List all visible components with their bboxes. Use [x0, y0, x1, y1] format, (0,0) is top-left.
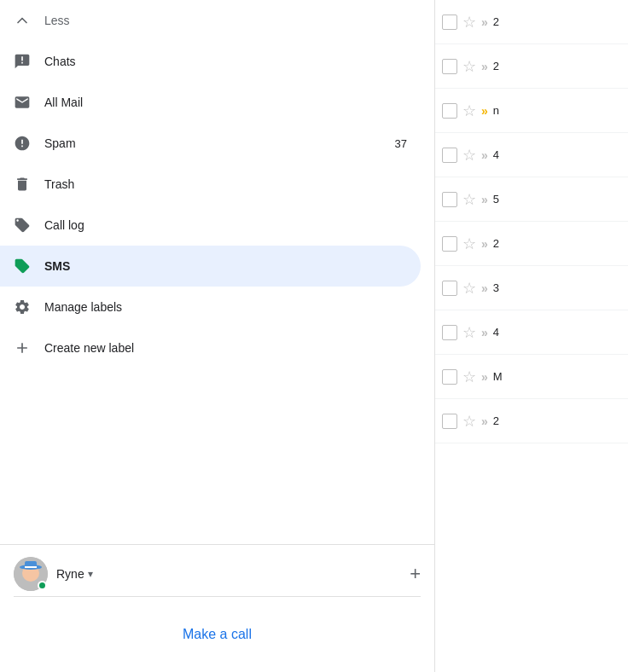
- email-row[interactable]: ☆»3: [435, 266, 628, 310]
- forward-arrow-icon: »: [481, 370, 488, 384]
- sidebar-item-trash-label: Trash: [44, 177, 407, 191]
- email-preview[interactable]: 2: [493, 237, 621, 250]
- forward-arrow-icon: »: [481, 237, 488, 251]
- star-icon[interactable]: ☆: [462, 101, 476, 120]
- sidebar-item-all-mail-label: All Mail: [44, 96, 407, 109]
- star-icon[interactable]: ☆: [462, 13, 476, 32]
- email-preview[interactable]: 3: [493, 281, 621, 294]
- email-checkbox[interactable]: [442, 414, 457, 429]
- sidebar-scroll[interactable]: Less Chats All Mail: [0, 0, 434, 544]
- sidebar-item-spam-label: Spam: [44, 136, 395, 150]
- mail-icon: [14, 94, 44, 111]
- star-icon[interactable]: ☆: [462, 368, 476, 386]
- email-row[interactable]: ☆»5: [435, 177, 628, 222]
- sms-icon: [14, 258, 44, 275]
- email-checkbox[interactable]: [442, 236, 457, 252]
- avatar-online-indicator: [38, 581, 47, 590]
- sidebar-item-all-mail[interactable]: All Mail: [0, 82, 421, 123]
- email-checkbox[interactable]: [442, 192, 457, 207]
- user-row[interactable]: Ryne ▾ +: [0, 552, 434, 596]
- email-preview[interactable]: 5: [493, 193, 621, 206]
- user-name: Ryne ▾: [56, 567, 410, 581]
- sidebar-item-spam[interactable]: Spam 37: [0, 123, 421, 164]
- email-row[interactable]: ☆»4: [435, 310, 628, 355]
- sidebar-item-create-label[interactable]: Create new label: [0, 327, 421, 368]
- sidebar-item-create-label-label: Create new label: [44, 341, 407, 355]
- star-icon[interactable]: ☆: [462, 279, 476, 298]
- add-account-button[interactable]: +: [410, 563, 421, 585]
- sidebar-item-chats[interactable]: Chats: [0, 41, 421, 82]
- forward-arrow-icon: »: [481, 193, 488, 206]
- star-icon[interactable]: ☆: [462, 412, 476, 431]
- user-name-text: Ryne: [56, 567, 84, 581]
- sidebar: Less Chats All Mail: [0, 0, 435, 672]
- sidebar-item-sms-label: SMS: [44, 259, 407, 273]
- email-checkbox[interactable]: [442, 148, 457, 163]
- forward-arrow-icon: »: [481, 15, 488, 29]
- sidebar-item-call-log[interactable]: Call log: [0, 205, 421, 246]
- tag-icon: [14, 217, 44, 234]
- email-preview[interactable]: 2: [493, 414, 621, 427]
- chat-icon: [14, 53, 44, 70]
- make-call-row[interactable]: Make a call: [0, 597, 434, 672]
- star-icon[interactable]: ☆: [462, 57, 476, 76]
- email-preview[interactable]: 4: [493, 326, 621, 339]
- email-row[interactable]: ☆»M: [435, 355, 628, 399]
- spam-badge: 37: [395, 137, 407, 150]
- sidebar-item-chats-label: Chats: [44, 55, 407, 68]
- email-checkbox[interactable]: [442, 14, 457, 30]
- sidebar-item-call-log-label: Call log: [44, 218, 407, 232]
- email-list: ☆»2☆»2☆»n☆»4☆»5☆»2☆»3☆»4☆»M☆»2: [435, 0, 628, 672]
- email-checkbox[interactable]: [442, 59, 457, 74]
- forward-arrow-icon: »: [481, 281, 488, 295]
- email-preview[interactable]: 4: [493, 148, 621, 161]
- forward-arrow-icon: »: [481, 326, 488, 339]
- email-row[interactable]: ☆»2: [435, 222, 628, 266]
- avatar[interactable]: [14, 557, 48, 591]
- chevron-up-icon: [14, 12, 44, 29]
- email-checkbox[interactable]: [442, 325, 457, 340]
- svg-rect-4: [25, 566, 37, 568]
- email-preview[interactable]: n: [493, 104, 621, 117]
- email-preview[interactable]: M: [493, 370, 621, 383]
- trash-icon: [14, 176, 44, 193]
- sidebar-item-manage-labels[interactable]: Manage labels: [0, 287, 421, 327]
- forward-arrow-icon: »: [481, 60, 488, 73]
- collapse-label: Less: [44, 14, 70, 27]
- forward-arrow-icon: »: [481, 148, 488, 162]
- star-icon[interactable]: ☆: [462, 146, 476, 165]
- make-call-link[interactable]: Make a call: [183, 627, 252, 642]
- email-checkbox[interactable]: [442, 103, 457, 119]
- forward-arrow-icon: »: [481, 104, 488, 118]
- sidebar-item-trash[interactable]: Trash: [0, 164, 421, 205]
- gear-icon: [14, 298, 44, 316]
- spam-icon: [14, 135, 44, 152]
- chevron-down-icon: ▾: [88, 568, 93, 580]
- plus-icon: [14, 339, 44, 356]
- email-preview[interactable]: 2: [493, 60, 621, 72]
- star-icon[interactable]: ☆: [462, 235, 476, 253]
- sidebar-bottom: Ryne ▾ + Make a call: [0, 544, 434, 672]
- collapse-row[interactable]: Less: [0, 0, 434, 41]
- email-row[interactable]: ☆»4: [435, 133, 628, 177]
- email-row[interactable]: ☆»2: [435, 399, 628, 443]
- forward-arrow-icon: »: [481, 414, 488, 428]
- email-checkbox[interactable]: [442, 281, 457, 296]
- email-row[interactable]: ☆»n: [435, 89, 628, 133]
- sidebar-item-manage-labels-label: Manage labels: [44, 300, 407, 314]
- sidebar-item-sms[interactable]: SMS: [0, 246, 421, 287]
- star-icon[interactable]: ☆: [462, 190, 476, 209]
- star-icon[interactable]: ☆: [462, 323, 476, 342]
- email-row[interactable]: ☆»2: [435, 0, 628, 44]
- email-row[interactable]: ☆»2: [435, 44, 628, 89]
- email-checkbox[interactable]: [442, 369, 457, 385]
- email-preview[interactable]: 2: [493, 15, 621, 28]
